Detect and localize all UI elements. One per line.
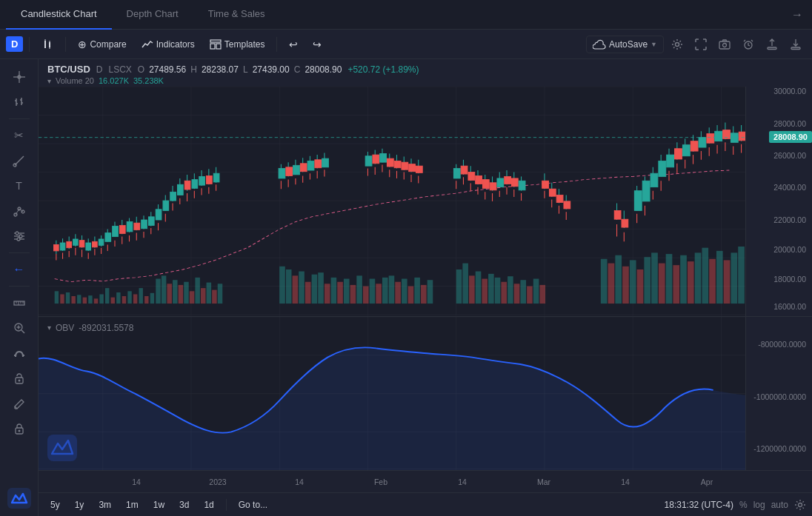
volume-chevron-icon[interactable]: ▾ — [47, 77, 51, 85]
obv-chevron-icon[interactable]: ▾ — [47, 324, 51, 332]
indicators-button[interactable]: Indicators — [136, 36, 201, 53]
crosshair-tool[interactable] — [6, 65, 33, 89]
fullscreen-button[interactable] — [690, 34, 711, 55]
bar-style-button[interactable] — [36, 36, 59, 53]
y-label-26000: 26000.00 — [773, 151, 806, 160]
svg-rect-123 — [456, 269, 462, 304]
period-1m[interactable]: 1m — [120, 497, 144, 512]
svg-rect-139 — [615, 255, 622, 304]
y-label-16000: 16000.00 — [773, 302, 806, 311]
x-label-14-feb: 14 — [295, 478, 304, 486]
svg-rect-353 — [715, 131, 722, 141]
cloud-icon — [593, 39, 606, 50]
edit-tool[interactable] — [6, 392, 33, 415]
svg-rect-98 — [218, 284, 223, 304]
tab-time-sales[interactable]: Time & Sales — [193, 0, 280, 30]
log-button[interactable]: log — [753, 500, 765, 510]
tradingview-logo-icon — [7, 488, 31, 509]
period-3d[interactable]: 3d — [173, 497, 195, 512]
goto-button[interactable]: Go to... — [233, 497, 273, 512]
bar-chart-tool[interactable] — [6, 90, 33, 114]
svg-rect-121 — [421, 285, 427, 304]
svg-rect-326 — [642, 181, 650, 201]
lock-tool[interactable] — [6, 417, 33, 440]
svg-rect-260 — [387, 158, 393, 167]
period-1w[interactable]: 1w — [147, 497, 170, 512]
svg-rect-72 — [71, 296, 75, 304]
scissors-tool[interactable]: ✂ — [6, 124, 33, 147]
left-toolbar: ✂ T — [0, 59, 39, 516]
redo-button[interactable]: ↪ — [307, 36, 327, 53]
period-3m[interactable]: 3m — [93, 497, 117, 512]
svg-rect-323 — [634, 191, 642, 211]
auto-button[interactable]: auto — [771, 500, 788, 510]
svg-rect-89 — [167, 284, 172, 304]
percent-button[interactable]: % — [739, 500, 748, 510]
svg-rect-156 — [738, 247, 745, 304]
zoom-tool[interactable] — [6, 316, 33, 340]
svg-rect-170 — [79, 241, 84, 247]
settings-button[interactable] — [667, 34, 688, 55]
svg-rect-128 — [488, 274, 494, 304]
price-change-badge: +520.72 (+1.89%) — [347, 64, 419, 75]
svg-rect-167 — [73, 239, 79, 245]
period-5y[interactable]: 5y — [44, 497, 66, 512]
adjust-tool[interactable] — [6, 224, 33, 248]
tab-candlestick[interactable]: Candlestick Chart — [6, 0, 112, 30]
svg-rect-74 — [83, 298, 87, 304]
svg-rect-266 — [402, 162, 408, 170]
svg-rect-147 — [673, 265, 679, 304]
alarm-button[interactable] — [738, 34, 759, 55]
svg-rect-5 — [210, 44, 215, 49]
y-label-20000: 20000.00 — [773, 245, 806, 254]
svg-rect-87 — [156, 279, 161, 304]
tab-depth[interactable]: Depth Chart — [112, 0, 193, 30]
canvas-area[interactable]: ▾ OBV -892031.5578 — [39, 87, 745, 470]
svg-rect-305 — [542, 181, 549, 188]
svg-rect-100 — [286, 269, 292, 304]
low-value: 27439.00 — [253, 64, 290, 75]
screenshot-button[interactable] — [714, 34, 735, 55]
svg-rect-70 — [60, 294, 64, 304]
svg-rect-206 — [163, 201, 169, 210]
text-tool[interactable]: T — [6, 174, 33, 198]
svg-rect-144 — [651, 252, 658, 304]
svg-rect-302 — [519, 181, 525, 190]
main-area: ✂ T — [0, 59, 812, 516]
price-chart-container[interactable] — [39, 87, 745, 317]
undo-button[interactable]: ↩ — [283, 36, 304, 53]
period-1d[interactable]: 1d — [198, 497, 219, 512]
back-tool[interactable]: ← — [6, 258, 33, 281]
period-1y[interactable]: 1y — [69, 497, 90, 512]
collapse-panel-button[interactable]: → — [788, 5, 806, 24]
obv-value: -892031.5578 — [79, 323, 133, 333]
compare-button[interactable]: ⊕ Compare — [72, 36, 132, 53]
left-toolbar-sep-3 — [9, 286, 30, 287]
svg-rect-93 — [190, 291, 195, 304]
y-label-obv-800k: -800000.0000 — [758, 340, 806, 349]
svg-rect-362 — [739, 132, 745, 141]
svg-rect-179 — [99, 239, 104, 245]
magnet-tool[interactable] — [6, 341, 33, 365]
lock-open-tool[interactable] — [6, 366, 33, 390]
templates-button[interactable]: Templates — [204, 36, 271, 53]
node-tool[interactable] — [6, 199, 33, 223]
publish-button[interactable] — [762, 34, 782, 55]
obv-label-group: ▾ OBV -892031.5578 — [47, 323, 133, 333]
download-button[interactable] — [785, 34, 806, 55]
templates-label: Templates — [224, 39, 265, 50]
svg-rect-76 — [94, 298, 98, 304]
autosave-button[interactable]: AutoSave ▼ — [586, 36, 664, 53]
ruler-tool[interactable] — [6, 291, 33, 315]
svg-rect-311 — [556, 195, 563, 203]
svg-rect-257 — [380, 153, 387, 162]
svg-rect-158 — [54, 245, 59, 251]
timeframe-button[interactable]: D — [6, 36, 23, 52]
bottom-bar: 5y 1y 3m 1m 1w 3d 1d Go to... 18:31:32 (… — [39, 492, 812, 516]
bottom-settings-button[interactable] — [794, 499, 806, 511]
draw-tool[interactable] — [6, 149, 33, 172]
svg-rect-11 — [768, 47, 776, 50]
svg-rect-152 — [709, 259, 716, 304]
svg-rect-236 — [293, 165, 300, 175]
obv-chart-container[interactable]: ▾ OBV -892031.5578 — [39, 317, 745, 470]
